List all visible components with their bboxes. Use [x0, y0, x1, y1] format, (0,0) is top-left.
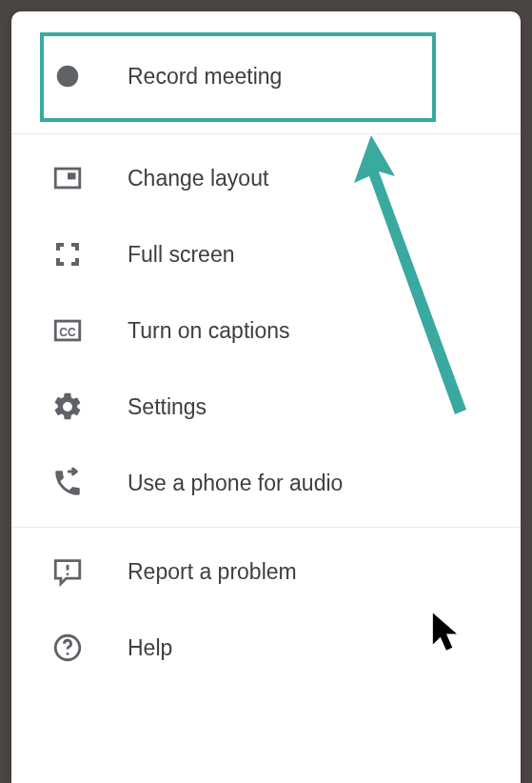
full-screen-item[interactable]: Full screen [11, 216, 521, 292]
gear-icon [49, 389, 86, 425]
full-screen-label: Full screen [128, 242, 234, 268]
svg-rect-2 [68, 172, 76, 179]
feedback-icon [49, 553, 86, 590]
svg-point-6 [67, 572, 69, 575]
phone-icon [49, 465, 86, 501]
phone-audio-label: Use a phone for audio [128, 471, 343, 496]
report-label: Report a problem [128, 559, 297, 585]
layout-icon [49, 160, 86, 196]
settings-label: Settings [128, 394, 207, 420]
fullscreen-icon [49, 236, 86, 272]
menu-section-3: Report a problem Help [11, 533, 521, 686]
help-icon [49, 630, 86, 666]
record-icon [49, 58, 86, 94]
help-item[interactable]: Help [11, 610, 521, 686]
captions-item[interactable]: CC Turn on captions [11, 292, 521, 369]
help-label: Help [128, 635, 172, 661]
settings-item[interactable]: Settings [11, 369, 521, 445]
change-layout-label: Change layout [128, 166, 268, 191]
record-label: Record meeting [128, 64, 282, 90]
menu-section-2: Change layout Full screen CC Turn on cap… [11, 140, 521, 521]
change-layout-item[interactable]: Change layout [11, 140, 521, 216]
record-meeting-item[interactable]: Record meeting [11, 38, 521, 114]
report-problem-item[interactable]: Report a problem [11, 533, 521, 610]
options-menu: Record meeting Change layout Full screen [11, 11, 521, 783]
captions-icon: CC [49, 312, 86, 349]
svg-point-8 [67, 652, 69, 655]
phone-audio-item[interactable]: Use a phone for audio [11, 445, 521, 521]
divider [11, 527, 521, 528]
svg-text:CC: CC [59, 326, 76, 339]
divider [11, 133, 521, 134]
svg-point-0 [57, 66, 79, 88]
captions-label: Turn on captions [128, 318, 289, 344]
menu-section-1: Record meeting [11, 23, 521, 128]
